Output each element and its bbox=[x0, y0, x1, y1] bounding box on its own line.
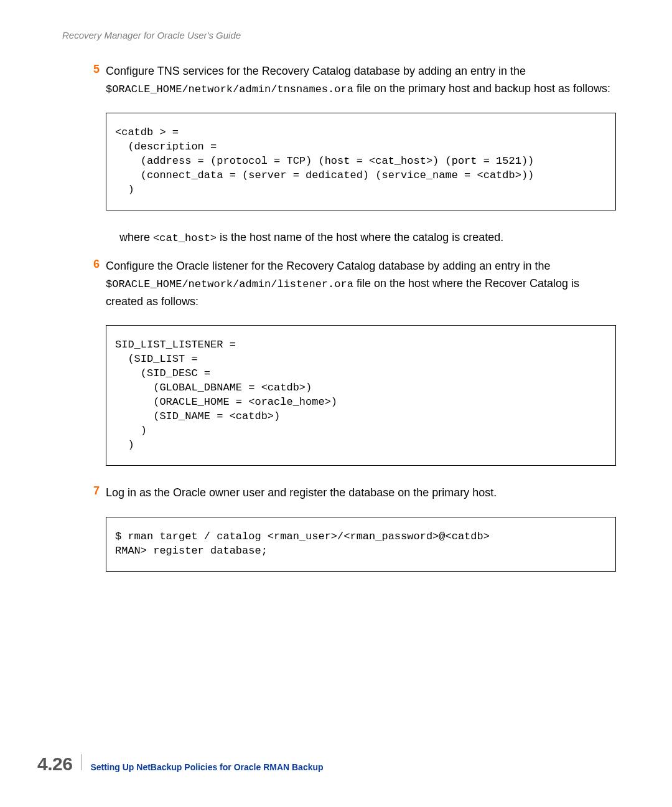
step-7: 7 Log in as the Oracle owner user and re… bbox=[106, 484, 616, 502]
where-post: is the host name of the host where the c… bbox=[217, 231, 503, 243]
step-text: Log in as the Oracle owner user and regi… bbox=[106, 486, 497, 499]
code-block-listener: SID_LIST_LISTENER = (SID_LIST = (SID_DES… bbox=[106, 325, 616, 466]
inline-code: $ORACLE_HOME/network/admin/tnsnames.ora bbox=[106, 83, 353, 95]
page-number: 4.26 bbox=[37, 753, 72, 775]
step-body: Log in as the Oracle owner user and regi… bbox=[106, 484, 616, 502]
running-header: Recovery Manager for Oracle User's Guide bbox=[62, 30, 616, 40]
content-area: 5 Configure TNS services for the Recover… bbox=[62, 63, 616, 572]
step-6: 6 Configure the Oracle listener for the … bbox=[106, 258, 616, 310]
step-number: 6 bbox=[88, 258, 106, 271]
step-number: 7 bbox=[88, 484, 106, 498]
where-pre: where bbox=[119, 231, 153, 243]
step-text-pre: Configure TNS services for the Recovery … bbox=[106, 65, 526, 77]
step-number: 5 bbox=[88, 63, 106, 76]
step-body: Configure the Oracle listener for the Re… bbox=[106, 258, 616, 310]
page-footer: 4.26 Setting Up NetBackup Policies for O… bbox=[37, 753, 324, 775]
step-5: 5 Configure TNS services for the Recover… bbox=[106, 63, 616, 98]
footer-divider bbox=[81, 754, 82, 770]
code-block-rman: $ rman target / catalog <rman_user>/<rma… bbox=[106, 517, 616, 572]
step-body: Configure TNS services for the Recovery … bbox=[106, 63, 616, 98]
where-clause: where <cat_host> is the host name of the… bbox=[106, 229, 616, 247]
inline-code: $ORACLE_HOME/network/admin/listener.ora bbox=[106, 278, 353, 290]
step-text-pre: Configure the Oracle listener for the Re… bbox=[106, 260, 550, 272]
step-text-post: file on the primary host and backup host… bbox=[353, 82, 610, 95]
footer-section-title: Setting Up NetBackup Policies for Oracle… bbox=[90, 762, 323, 772]
page: Recovery Manager for Oracle User's Guide… bbox=[0, 0, 672, 807]
code-block-tnsnames: <catdb > = (description = (address = (pr… bbox=[106, 113, 616, 210]
inline-code: <cat_host> bbox=[153, 232, 217, 244]
